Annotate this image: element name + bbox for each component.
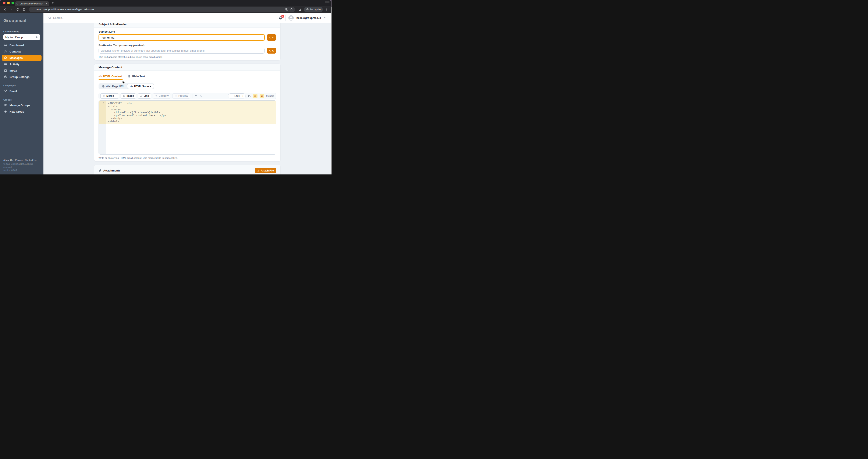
link-label: Link: [144, 94, 149, 97]
download-icon[interactable]: [199, 94, 202, 97]
link-button[interactable]: Link: [138, 93, 151, 99]
search-input[interactable]: Search...: [48, 16, 64, 20]
address-bar[interactable]: nemo.groupmail.io/messages/new?type=adva…: [29, 7, 295, 12]
sidebar-item-email[interactable]: Email: [2, 88, 41, 94]
sidebar-item-group-settings[interactable]: Group Settings: [2, 74, 41, 80]
code-placeholder[interactable]: <!DOCTYPE html> <html> <body> <h1>Hello …: [108, 102, 275, 123]
subject-line-label: Subject Line: [98, 30, 276, 33]
increase-font-button[interactable]: +: [242, 94, 244, 98]
line-number: 1: [99, 102, 104, 105]
sidebar-item-label: Manage Groups: [9, 104, 30, 107]
editor-toolbar: Merge Image Link: [98, 93, 276, 99]
decrease-font-button[interactable]: −: [230, 94, 232, 98]
eye-off-icon[interactable]: [285, 8, 288, 11]
inbox-icon: [4, 69, 7, 72]
paperclip-icon: [98, 169, 101, 172]
ai-button-label: AI: [272, 50, 274, 52]
side-panel-icon[interactable]: [21, 7, 27, 12]
tab-label: HTML Content: [103, 75, 122, 78]
content-tabs: </> HTML Content Plain Text: [98, 74, 276, 78]
bookmark-star-icon[interactable]: [290, 8, 293, 11]
image-button[interactable]: Image: [121, 93, 136, 99]
chevron-down-icon: [115, 95, 117, 97]
gear-icon: [4, 75, 7, 78]
merge-button[interactable]: Merge: [100, 93, 119, 99]
subject-ai-button[interactable]: AI: [267, 34, 276, 41]
toggle-web-page-url[interactable]: Web Page URL: [99, 84, 127, 89]
globe-icon: [102, 85, 105, 88]
html-source-editor[interactable]: 1 <!DOCTYPE html> <html> <body> <h1>Hell…: [98, 100, 276, 155]
sidebar-item-contacts[interactable]: Contacts: [2, 48, 41, 55]
line-numbers-toggle[interactable]: #: [259, 94, 264, 98]
sidebar-item-messages[interactable]: Messages: [2, 55, 41, 61]
image-label: Image: [126, 94, 134, 97]
url-text[interactable]: nemo.groupmail.io/messages/new?type=adva…: [36, 8, 283, 11]
window-controls: [3, 2, 14, 4]
toggle-label: Web Page URL: [106, 85, 124, 88]
preheader-ai-button[interactable]: AI: [267, 48, 276, 54]
beautify-button[interactable]: Beautify: [153, 93, 171, 99]
sparkles-icon: [269, 50, 271, 52]
person-icon: [288, 15, 294, 21]
back-button[interactable]: [2, 7, 8, 12]
hash-icon: #: [261, 94, 262, 98]
sidebar-item-inbox[interactable]: Inbox: [2, 67, 41, 74]
group-select-value: My 2nd Group: [5, 36, 23, 39]
font-size-stepper: − 14px +: [228, 93, 246, 98]
upload-icon[interactable]: [194, 94, 197, 97]
zoom-window-button[interactable]: [11, 2, 14, 4]
downloads-icon[interactable]: [297, 7, 303, 12]
toggle-html-source[interactable]: </> HTML Source: [127, 84, 154, 89]
tabs-underline: [98, 79, 276, 80]
sparkles-icon: [269, 36, 271, 39]
attach-file-button[interactable]: Attach File: [255, 168, 276, 173]
sidebar-item-label: Inbox: [9, 69, 17, 72]
paperclip-icon: [257, 169, 259, 172]
close-tab-icon[interactable]: [46, 3, 48, 5]
beautify-label: Beautify: [159, 94, 169, 97]
page-content: Subject & PreHeader Subject Line AI PreH…: [43, 23, 331, 174]
active-tab-indicator: [98, 79, 123, 80]
code-icon: </>: [130, 85, 133, 88]
reload-button[interactable]: [15, 7, 20, 12]
app-logo: Groupmail: [3, 18, 40, 23]
site-settings-icon[interactable]: [31, 8, 34, 11]
sidebar-item-label: New Group: [9, 110, 24, 113]
activity-lines-icon: [4, 62, 7, 66]
sidebar-item-dashboard[interactable]: Dashboard: [2, 42, 41, 48]
user-menu-chevron-icon[interactable]: [324, 17, 327, 19]
contact-us-link[interactable]: Contact Us: [25, 159, 36, 161]
document-icon: [128, 75, 131, 78]
merge-fields-icon: [102, 95, 105, 97]
word-wrap-toggle[interactable]: [253, 94, 257, 98]
divider: [192, 94, 192, 98]
sidebar-item-new-group[interactable]: New Group: [2, 108, 41, 115]
dark-mode-icon[interactable]: [248, 94, 251, 97]
tab-html-content[interactable]: </> HTML Content: [98, 75, 122, 78]
avatar[interactable]: [288, 15, 294, 21]
notifications-button[interactable]: 4: [279, 16, 283, 20]
tab-plain-text[interactable]: Plain Text: [128, 75, 145, 78]
preview-button[interactable]: Preview: [173, 93, 190, 99]
preheader-input[interactable]: [98, 48, 265, 54]
new-tab-button[interactable]: [51, 1, 54, 4]
close-window-button[interactable]: [3, 2, 5, 4]
preheader-label: PreHeader Text (summary/preview): [98, 44, 276, 47]
favicon: G: [17, 2, 19, 5]
attach-file-label: Attach File: [261, 169, 274, 172]
browser-tab[interactable]: G Create a new Message | Grou: [15, 1, 50, 6]
browser-menu-icon[interactable]: [323, 7, 329, 12]
editor-help-text: Write or paste your HTML email content. …: [98, 157, 276, 159]
about-us-link[interactable]: About Us: [3, 159, 13, 161]
subject-line-input[interactable]: [98, 34, 265, 41]
minimize-window-button[interactable]: [7, 2, 10, 4]
wrap-lines-icon: [254, 95, 257, 97]
current-group-label: Current Group: [3, 30, 40, 33]
sidebar-item-activity[interactable]: Activity: [2, 61, 41, 67]
sidebar-item-manage-groups[interactable]: Manage Groups: [2, 102, 41, 108]
image-icon: [123, 95, 125, 97]
group-select[interactable]: My 2nd Group: [3, 34, 40, 40]
tab-search-button[interactable]: [325, 1, 330, 3]
forward-button[interactable]: [8, 7, 14, 12]
privacy-link[interactable]: Privacy: [15, 159, 23, 161]
